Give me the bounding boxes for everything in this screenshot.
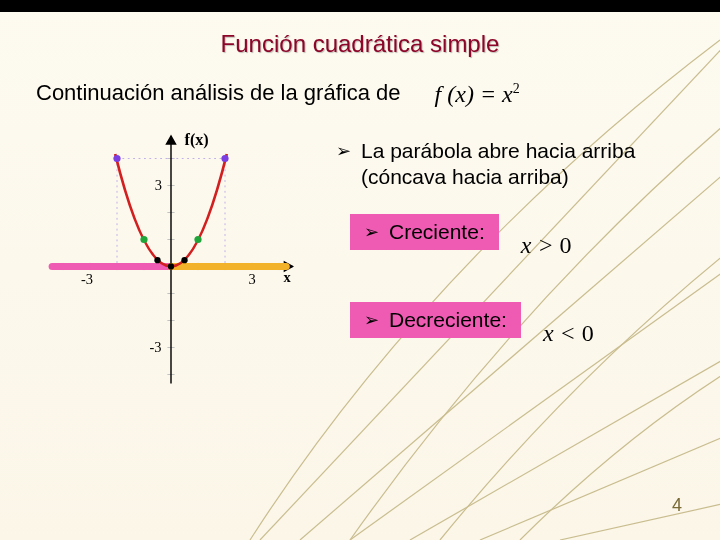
inequality-decreciente: x < 0 (543, 320, 594, 347)
page-number: 4 (672, 495, 682, 516)
svg-point-37 (181, 257, 187, 263)
svg-point-33 (140, 236, 147, 243)
bullet-concave-up: ➢ La parábola abre hacia arriba (cóncava… (336, 138, 692, 191)
equals-sign: = (480, 81, 502, 107)
axis-label-x: x (284, 268, 292, 284)
tick-y-3: 3 (155, 177, 162, 193)
tick-x-3: 3 (248, 270, 255, 286)
subtitle-text: Continuación análisis de la gráfica de (36, 80, 400, 105)
concave-line1: La parábola abre hacia arriba (361, 139, 635, 162)
inequality-creciente: x > 0 (521, 232, 572, 259)
bullet-arrow-icon: ➢ (336, 138, 351, 164)
decreciente-box: ➢ Decreciente: (350, 302, 521, 338)
svg-point-34 (194, 236, 201, 243)
svg-point-35 (154, 257, 160, 263)
formula-lhs: f (x) (435, 81, 474, 107)
svg-line-5 (560, 500, 720, 540)
svg-point-36 (168, 263, 174, 269)
svg-line-4 (480, 430, 720, 540)
parabola-graph: f(x) x 3 -3 3 -3 (36, 118, 336, 388)
svg-marker-28 (167, 136, 176, 144)
formula-fx-equals-x2: f (x) = x2 (435, 81, 520, 108)
formula-rhs: x (502, 81, 513, 107)
creciente-box: ➢ Creciente: (350, 214, 499, 250)
bullet-arrow-icon: ➢ (364, 221, 379, 243)
formula-exponent: 2 (513, 81, 520, 96)
tick-y-neg3: -3 (149, 339, 161, 355)
slide-title: Función cuadrática simple (0, 30, 720, 58)
slide-content: Función cuadrática simple Continuación a… (0, 0, 720, 390)
tick-x-neg3: -3 (81, 270, 93, 286)
creciente-label: Creciente: (389, 220, 485, 244)
svg-point-31 (113, 155, 120, 162)
slide-subtitle: Continuación análisis de la gráfica de f… (36, 80, 720, 108)
decreciente-label: Decreciente: (389, 308, 507, 332)
bullet-arrow-icon: ➢ (364, 309, 379, 331)
svg-point-32 (221, 155, 228, 162)
axis-label-y: f(x) (185, 131, 209, 149)
concave-line2: (cóncava hacia arriba) (361, 165, 569, 188)
